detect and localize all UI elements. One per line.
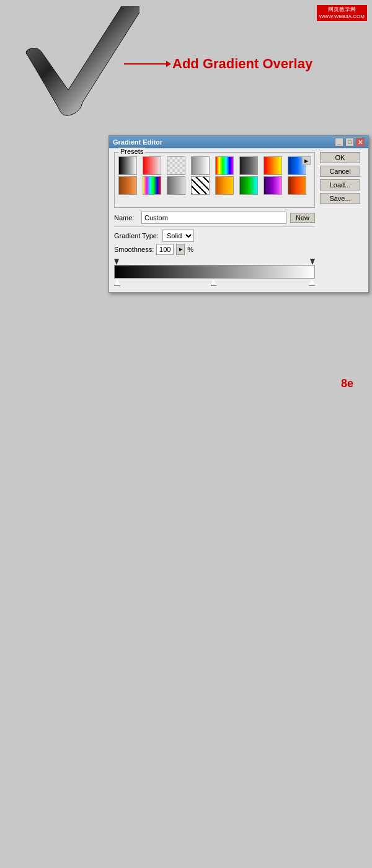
preset-swatch-16[interactable] <box>288 176 306 195</box>
preset-swatch-15[interactable] <box>264 176 282 195</box>
cancel-button[interactable]: Cancel <box>320 166 360 177</box>
preset-swatch-1[interactable] <box>118 156 137 175</box>
name-label: Name: <box>114 214 138 221</box>
step-label: 8e <box>0 372 372 395</box>
stop-arrow-top-left[interactable] <box>114 259 119 265</box>
gradient-editor-title: Gradient Editor <box>113 138 162 146</box>
load-button[interactable]: Load... <box>320 179 360 190</box>
gradient-type-select[interactable]: Solid <box>162 230 194 242</box>
preset-swatch-12[interactable] <box>191 176 210 195</box>
preset-swatch-3[interactable] <box>167 156 185 175</box>
stop-arrow-bottom-right[interactable] <box>309 279 315 286</box>
watermark-top: 网页教学网 WWW.WEB3A.COM <box>317 5 367 21</box>
preset-swatch-2[interactable] <box>143 156 161 175</box>
overlay-label-top: Add Gradient Overlay <box>172 56 312 72</box>
gradient-editor-titlebar: Gradient Editor _ □ ✕ <box>109 136 368 148</box>
preset-swatch-11[interactable] <box>167 176 185 195</box>
preset-swatch-4[interactable] <box>191 156 210 175</box>
gradient-bar-bottom-stops <box>114 279 315 287</box>
name-row: Name: New <box>114 212 315 224</box>
gradient-editor-buttons: OK Cancel Load... Save... <box>320 152 363 289</box>
preset-swatch-6[interactable] <box>239 156 258 175</box>
checkmark-svg-top <box>9 6 140 136</box>
smoothness-unit: % <box>187 246 193 253</box>
preset-swatch-10[interactable] <box>143 176 161 195</box>
preset-swatch-5[interactable] <box>215 156 234 175</box>
minimize-button[interactable]: _ <box>335 138 343 146</box>
presets-scroll[interactable]: ▶ <box>117 155 312 205</box>
arrow-line-top <box>124 63 167 65</box>
gradient-editor-body: Presets ▶ <box>109 148 368 292</box>
gradient-type-row: Gradient Type: Solid <box>114 226 315 242</box>
ok-button[interactable]: OK <box>320 152 360 163</box>
presets-grid <box>117 155 312 196</box>
preset-swatch-9[interactable] <box>118 176 137 195</box>
gradient-editor-top: Gradient Editor _ □ ✕ Presets ▶ <box>108 135 369 293</box>
preset-swatch-7[interactable] <box>264 156 282 175</box>
preset-swatch-14[interactable] <box>239 176 258 195</box>
stop-arrow-bottom-left[interactable] <box>114 279 120 286</box>
presets-label: Presets <box>118 148 145 155</box>
preset-swatch-13[interactable] <box>215 176 234 195</box>
close-button[interactable]: ✕ <box>356 138 365 146</box>
stop-arrow-top-right[interactable] <box>310 259 315 265</box>
label-arrow-top: Add Gradient Overlay <box>124 56 312 72</box>
name-input[interactable] <box>141 212 286 224</box>
presets-group: Presets ▶ <box>114 152 315 208</box>
gradient-bar-container <box>114 257 315 287</box>
maximize-button[interactable]: □ <box>345 138 354 146</box>
smoothness-input[interactable] <box>156 244 174 255</box>
window-controls: _ □ ✕ <box>335 138 365 146</box>
smoothness-row: Smoothness: ▶ % <box>114 244 315 255</box>
smoothness-label: Smoothness: <box>114 246 154 253</box>
save-button[interactable]: Save... <box>320 193 360 204</box>
stop-arrow-bottom-mid[interactable] <box>211 279 217 286</box>
gradient-type-label: Gradient Type: <box>114 232 159 239</box>
presets-scroll-arrow[interactable]: ▶ <box>302 156 311 165</box>
gradient-editor-left: Presets ▶ <box>114 152 315 289</box>
gradient-bar-top-stops <box>114 257 315 265</box>
checkmark-top <box>9 6 140 136</box>
smoothness-stepper[interactable]: ▶ <box>176 244 185 255</box>
section-top: 网页教学网 WWW.WEB3A.COM Add Gradient Overlay… <box>0 0 372 372</box>
gradient-bar[interactable] <box>114 265 315 279</box>
new-button[interactable]: New <box>290 213 315 223</box>
